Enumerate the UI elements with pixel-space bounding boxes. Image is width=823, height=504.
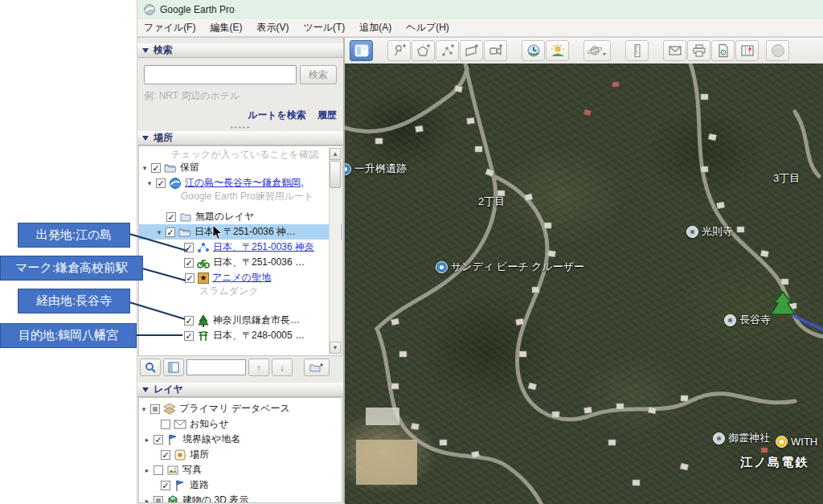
folder-open-icon: [164, 162, 177, 174]
checkbox-partial[interactable]: [154, 496, 163, 504]
historical-imagery-button[interactable]: [522, 40, 545, 61]
move-down-button[interactable]: ↓: [272, 359, 293, 376]
checkbox-checked[interactable]: ✓: [184, 258, 194, 268]
map-view[interactable]: 一升桝遺跡 2丁目 3丁目 光則寺 サンディ ビーチ クルーザー: [345, 64, 823, 504]
search-input[interactable]: [144, 65, 297, 84]
expander-icon[interactable]: ▾: [156, 228, 162, 236]
scroll-down-button[interactable]: ▼: [330, 342, 341, 354]
checkbox-checked[interactable]: ✓: [161, 481, 170, 490]
scrollbar-thumb[interactable]: [330, 161, 341, 188]
move-up-button[interactable]: ↑: [248, 359, 269, 376]
checkbox-checked[interactable]: ✓: [151, 163, 161, 173]
menu-file[interactable]: ファイル(F): [144, 21, 195, 35]
google-earth-globe-icon: [169, 177, 182, 190]
globe-button[interactable]: [766, 40, 789, 61]
layer-row-places[interactable]: ✓ 場所: [139, 447, 342, 462]
poi-circle-icon[interactable]: [436, 261, 448, 273]
places-bottom-toolbar: ↑ ↓: [137, 356, 343, 378]
tree-row-link[interactable]: アニメの聖地: [212, 271, 271, 285]
expander-icon[interactable]: ▸: [144, 466, 150, 474]
panel-splitter[interactable]: [137, 124, 343, 130]
folder-actions-button[interactable]: [304, 359, 330, 376]
tree-row-temporary[interactable]: ▾ ✓ 保留: [139, 160, 342, 175]
checkbox-partial[interactable]: [150, 404, 160, 414]
places-filter-input[interactable]: [186, 359, 246, 375]
menu-add[interactable]: 追加(A): [359, 21, 391, 35]
expander-icon[interactable]: ▾: [141, 405, 147, 413]
menu-view[interactable]: 表示(V): [256, 21, 289, 35]
waypoint-tree-marker-icon[interactable]: [768, 290, 798, 321]
checkbox-checked[interactable]: ✓: [184, 316, 194, 326]
record-tour-button[interactable]: [484, 40, 507, 61]
toggle-columns-button[interactable]: [163, 359, 184, 376]
places-scrollbar[interactable]: ▲ ▼: [329, 148, 341, 354]
tree-row-route[interactable]: ✓ 日本、〒251-0036 神奈: [139, 240, 342, 255]
sidebar-toggle-button[interactable]: [350, 40, 373, 61]
checkbox-checked[interactable]: ✓: [156, 178, 166, 188]
history-link[interactable]: 履歴: [317, 109, 337, 122]
tree-row-hachimangu[interactable]: ✓ 日本、〒248-0005 …: [139, 328, 342, 343]
map-label-goryo-shrine[interactable]: 御霊神社: [713, 431, 770, 445]
poi-circle-icon[interactable]: [713, 432, 725, 445]
tree-row-link[interactable]: 江の島〜長谷寺〜鎌倉鶴岡,: [185, 176, 304, 190]
print-button[interactable]: [687, 40, 710, 61]
poi-circle-icon[interactable]: [686, 226, 698, 238]
expander-icon[interactable]: ▸: [144, 497, 150, 504]
view-in-google-maps-button[interactable]: [735, 40, 759, 61]
tree-row-anime-spot[interactable]: ✓ ★ アニメの聖地: [139, 270, 342, 285]
checkbox-checked[interactable]: ✓: [154, 435, 163, 445]
tree-row-link[interactable]: 日本、〒251-0036 神奈: [213, 240, 314, 254]
map-label-hasedera[interactable]: 長谷寺: [724, 313, 771, 327]
poi-circle-icon[interactable]: [345, 163, 351, 175]
map-label-with[interactable]: WITH: [776, 436, 817, 448]
layer-row-borders-labels[interactable]: ▸ ✓ 境界線や地名: [139, 432, 342, 447]
tree-row-bike-placemark[interactable]: ✓ 日本、〒251-0036 …: [139, 255, 342, 270]
search-in-places-button[interactable]: [140, 359, 161, 376]
add-image-overlay-button[interactable]: [460, 40, 483, 61]
add-polygon-button[interactable]: [412, 40, 435, 61]
expander-icon[interactable]: ▾: [141, 164, 148, 172]
scroll-up-button[interactable]: ▲: [330, 148, 341, 160]
sunlight-button[interactable]: [546, 40, 569, 61]
save-image-button[interactable]: [711, 40, 735, 61]
checkbox-checked[interactable]: ✓: [184, 331, 194, 341]
tree-row-hasedera[interactable]: ✓ 神奈川県鎌倉市長…: [139, 313, 342, 328]
add-path-button[interactable]: [436, 40, 459, 61]
map-label-isshomasu[interactable]: 一升桝遺跡: [345, 162, 407, 176]
menu-help[interactable]: ヘルプ(H): [406, 21, 449, 35]
tree-row-route-document[interactable]: ▾ ✓ 江の島〜長谷寺〜鎌倉鶴岡,: [139, 175, 342, 191]
sidebar: 検索 検索 例: NRT 周辺のホテル ルートを検索 履歴: [137, 38, 345, 503]
window-title: Google Earth Pro: [160, 4, 235, 15]
map-label-sandy-beach-cruiser[interactable]: サンディ ビーチ クルーザー: [436, 260, 584, 274]
menu-tools[interactable]: ツール(T): [303, 21, 345, 35]
checkbox-checked[interactable]: ✓: [185, 273, 194, 283]
map-label-kosokuji[interactable]: 光則寺: [686, 224, 733, 239]
layer-row-announcements[interactable]: お知らせ: [139, 416, 342, 432]
search-panel-header[interactable]: 検索: [137, 43, 343, 58]
layer-row-primary-database[interactable]: ▾ プライマリ データベース: [139, 401, 342, 416]
places-panel-header[interactable]: 場所: [137, 130, 343, 145]
layer-row-photos[interactable]: ▸ 写真: [139, 462, 342, 477]
get-directions-link[interactable]: ルートを検索: [248, 109, 306, 122]
menu-edit[interactable]: 編集(E): [210, 21, 242, 35]
planet-switch-button[interactable]: [583, 40, 611, 61]
checkbox-checked[interactable]: ✓: [161, 450, 170, 460]
expander-icon[interactable]: ▸: [144, 436, 150, 444]
checkbox-checked[interactable]: ✓: [166, 212, 176, 222]
layers-panel-header[interactable]: レイヤ: [137, 382, 343, 397]
add-placemark-button[interactable]: [387, 40, 411, 61]
email-button[interactable]: [663, 40, 686, 61]
poi-circle-icon[interactable]: [776, 436, 788, 448]
poi-circle-icon[interactable]: [724, 314, 736, 326]
tree-row-directions-folder-selected[interactable]: ▾ ✓ 日本、〒251-0036 神…: [139, 224, 342, 240]
expander-icon[interactable]: ▾: [146, 179, 153, 187]
search-button[interactable]: 検索: [300, 65, 337, 84]
ruler-button[interactable]: [625, 40, 649, 61]
checkbox-unchecked[interactable]: [154, 465, 163, 475]
checkbox-unchecked[interactable]: [161, 420, 170, 429]
checkbox-checked[interactable]: ✓: [184, 243, 194, 252]
tree-row-untitled-layer[interactable]: ✓ 無題のレイヤ: [139, 209, 342, 224]
checkbox-checked[interactable]: ✓: [166, 227, 175, 237]
layer-row-3d-buildings[interactable]: ▸ 建物の 3D 表示: [139, 493, 342, 503]
layer-row-roads[interactable]: ✓ 道路: [139, 477, 342, 493]
